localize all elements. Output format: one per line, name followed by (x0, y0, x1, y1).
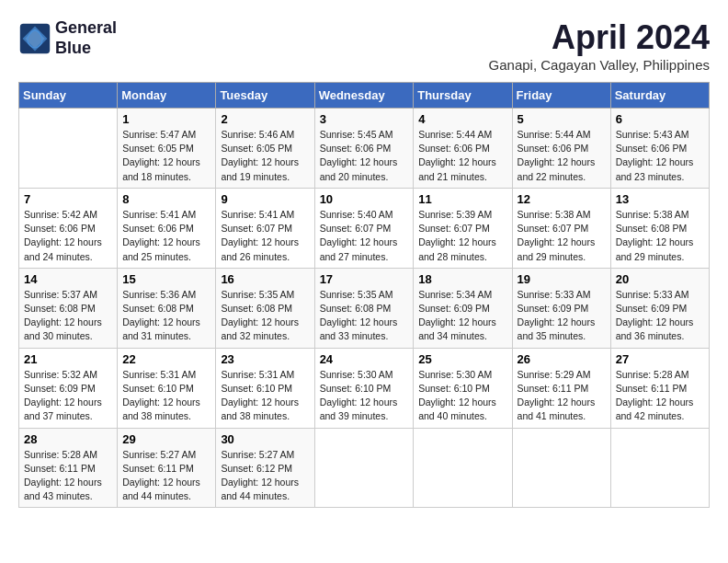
day-info: Sunrise: 5:36 AM Sunset: 6:08 PM Dayligh… (122, 288, 210, 344)
day-info: Sunrise: 5:38 AM Sunset: 6:07 PM Dayligh… (518, 208, 606, 264)
day-number: 27 (616, 352, 704, 366)
day-number: 17 (320, 272, 409, 286)
day-cell: 18Sunrise: 5:34 AM Sunset: 6:09 PM Dayli… (414, 268, 512, 348)
header-row: SundayMondayTuesdayWednesdayThursdayFrid… (19, 83, 710, 109)
day-number: 29 (122, 432, 210, 446)
day-number: 21 (24, 352, 112, 366)
day-number: 23 (221, 352, 309, 366)
day-header-friday: Friday (512, 83, 610, 109)
day-info: Sunrise: 5:47 AM Sunset: 6:05 PM Dayligh… (122, 128, 210, 184)
day-number: 7 (24, 192, 112, 206)
day-cell: 25Sunrise: 5:30 AM Sunset: 6:10 PM Dayli… (414, 348, 512, 428)
day-cell (414, 428, 512, 508)
day-header-sunday: Sunday (19, 83, 118, 109)
day-cell: 22Sunrise: 5:31 AM Sunset: 6:10 PM Dayli… (118, 348, 216, 428)
day-info: Sunrise: 5:46 AM Sunset: 6:05 PM Dayligh… (221, 128, 309, 184)
day-number: 15 (122, 272, 210, 286)
day-number: 3 (320, 112, 409, 126)
day-cell: 5Sunrise: 5:44 AM Sunset: 6:06 PM Daylig… (512, 109, 610, 189)
day-cell: 12Sunrise: 5:38 AM Sunset: 6:07 PM Dayli… (512, 188, 610, 268)
week-row-2: 7Sunrise: 5:42 AM Sunset: 6:06 PM Daylig… (19, 188, 710, 268)
day-number: 6 (616, 112, 704, 126)
day-info: Sunrise: 5:41 AM Sunset: 6:07 PM Dayligh… (221, 208, 309, 264)
day-cell: 20Sunrise: 5:33 AM Sunset: 6:09 PM Dayli… (610, 268, 709, 348)
logo-icon (18, 22, 51, 55)
day-info: Sunrise: 5:42 AM Sunset: 6:06 PM Dayligh… (24, 208, 112, 264)
day-info: Sunrise: 5:31 AM Sunset: 6:10 PM Dayligh… (122, 368, 210, 424)
day-info: Sunrise: 5:32 AM Sunset: 6:09 PM Dayligh… (24, 368, 112, 424)
day-cell: 6Sunrise: 5:43 AM Sunset: 6:06 PM Daylig… (610, 109, 709, 189)
day-cell: 15Sunrise: 5:36 AM Sunset: 6:08 PM Dayli… (118, 268, 216, 348)
calendar-table: SundayMondayTuesdayWednesdayThursdayFrid… (18, 82, 710, 508)
day-cell: 7Sunrise: 5:42 AM Sunset: 6:06 PM Daylig… (19, 188, 118, 268)
logo-line1: General (55, 18, 117, 37)
day-info: Sunrise: 5:39 AM Sunset: 6:07 PM Dayligh… (418, 208, 506, 264)
day-cell: 3Sunrise: 5:45 AM Sunset: 6:06 PM Daylig… (314, 109, 414, 189)
location-title: Ganapi, Cagayan Valley, Philippines (489, 57, 710, 73)
day-number: 24 (320, 352, 409, 366)
day-header-wednesday: Wednesday (314, 83, 414, 109)
week-row-4: 21Sunrise: 5:32 AM Sunset: 6:09 PM Dayli… (19, 348, 710, 428)
day-header-tuesday: Tuesday (216, 83, 314, 109)
day-cell: 10Sunrise: 5:40 AM Sunset: 6:07 PM Dayli… (314, 188, 414, 268)
week-row-5: 28Sunrise: 5:28 AM Sunset: 6:11 PM Dayli… (19, 428, 710, 508)
day-cell: 21Sunrise: 5:32 AM Sunset: 6:09 PM Dayli… (19, 348, 118, 428)
day-number: 16 (221, 272, 309, 286)
day-cell: 24Sunrise: 5:30 AM Sunset: 6:10 PM Dayli… (314, 348, 414, 428)
day-cell: 27Sunrise: 5:28 AM Sunset: 6:11 PM Dayli… (610, 348, 709, 428)
day-number: 19 (518, 272, 606, 286)
day-cell: 29Sunrise: 5:27 AM Sunset: 6:11 PM Dayli… (118, 428, 216, 508)
day-cell: 11Sunrise: 5:39 AM Sunset: 6:07 PM Dayli… (414, 188, 512, 268)
day-cell (19, 109, 118, 189)
logo: General Blue (18, 18, 117, 58)
day-number: 9 (221, 192, 309, 206)
day-info: Sunrise: 5:44 AM Sunset: 6:06 PM Dayligh… (518, 128, 606, 184)
title-area: April 2024 Ganapi, Cagayan Valley, Phili… (489, 18, 710, 73)
day-number: 12 (518, 192, 606, 206)
day-number: 18 (418, 272, 506, 286)
day-info: Sunrise: 5:31 AM Sunset: 6:10 PM Dayligh… (221, 368, 309, 424)
day-cell (314, 428, 414, 508)
day-cell: 8Sunrise: 5:41 AM Sunset: 6:06 PM Daylig… (118, 188, 216, 268)
header: General Blue April 2024 Ganapi, Cagayan … (18, 18, 710, 73)
day-info: Sunrise: 5:35 AM Sunset: 6:08 PM Dayligh… (320, 288, 409, 344)
week-row-3: 14Sunrise: 5:37 AM Sunset: 6:08 PM Dayli… (19, 268, 710, 348)
day-number: 20 (616, 272, 704, 286)
day-info: Sunrise: 5:30 AM Sunset: 6:10 PM Dayligh… (320, 368, 409, 424)
day-info: Sunrise: 5:37 AM Sunset: 6:08 PM Dayligh… (24, 288, 112, 344)
day-cell: 26Sunrise: 5:29 AM Sunset: 6:11 PM Dayli… (512, 348, 610, 428)
day-info: Sunrise: 5:27 AM Sunset: 6:12 PM Dayligh… (221, 448, 309, 504)
day-cell: 16Sunrise: 5:35 AM Sunset: 6:08 PM Dayli… (216, 268, 314, 348)
day-number: 4 (418, 112, 506, 126)
month-title: April 2024 (489, 18, 710, 57)
day-cell: 13Sunrise: 5:38 AM Sunset: 6:08 PM Dayli… (610, 188, 709, 268)
day-cell: 14Sunrise: 5:37 AM Sunset: 6:08 PM Dayli… (19, 268, 118, 348)
day-info: Sunrise: 5:35 AM Sunset: 6:08 PM Dayligh… (221, 288, 309, 344)
day-number: 1 (122, 112, 210, 126)
day-info: Sunrise: 5:43 AM Sunset: 6:06 PM Dayligh… (616, 128, 704, 184)
week-row-1: 1Sunrise: 5:47 AM Sunset: 6:05 PM Daylig… (19, 109, 710, 189)
day-cell: 4Sunrise: 5:44 AM Sunset: 6:06 PM Daylig… (414, 109, 512, 189)
day-number: 11 (418, 192, 506, 206)
day-cell: 23Sunrise: 5:31 AM Sunset: 6:10 PM Dayli… (216, 348, 314, 428)
day-info: Sunrise: 5:41 AM Sunset: 6:06 PM Dayligh… (122, 208, 210, 264)
day-info: Sunrise: 5:34 AM Sunset: 6:09 PM Dayligh… (418, 288, 506, 344)
day-header-saturday: Saturday (610, 83, 709, 109)
logo-line2: Blue (55, 39, 91, 57)
day-number: 5 (518, 112, 606, 126)
day-cell: 2Sunrise: 5:46 AM Sunset: 6:05 PM Daylig… (216, 109, 314, 189)
day-cell: 1Sunrise: 5:47 AM Sunset: 6:05 PM Daylig… (118, 109, 216, 189)
day-number: 22 (122, 352, 210, 366)
day-number: 2 (221, 112, 309, 126)
day-cell: 28Sunrise: 5:28 AM Sunset: 6:11 PM Dayli… (19, 428, 118, 508)
day-header-thursday: Thursday (414, 83, 512, 109)
day-cell: 17Sunrise: 5:35 AM Sunset: 6:08 PM Dayli… (314, 268, 414, 348)
day-number: 14 (24, 272, 112, 286)
day-cell: 30Sunrise: 5:27 AM Sunset: 6:12 PM Dayli… (216, 428, 314, 508)
day-number: 26 (518, 352, 606, 366)
day-info: Sunrise: 5:44 AM Sunset: 6:06 PM Dayligh… (418, 128, 506, 184)
day-number: 28 (24, 432, 112, 446)
day-info: Sunrise: 5:29 AM Sunset: 6:11 PM Dayligh… (518, 368, 606, 424)
day-info: Sunrise: 5:27 AM Sunset: 6:11 PM Dayligh… (122, 448, 210, 504)
day-info: Sunrise: 5:33 AM Sunset: 6:09 PM Dayligh… (616, 288, 704, 344)
